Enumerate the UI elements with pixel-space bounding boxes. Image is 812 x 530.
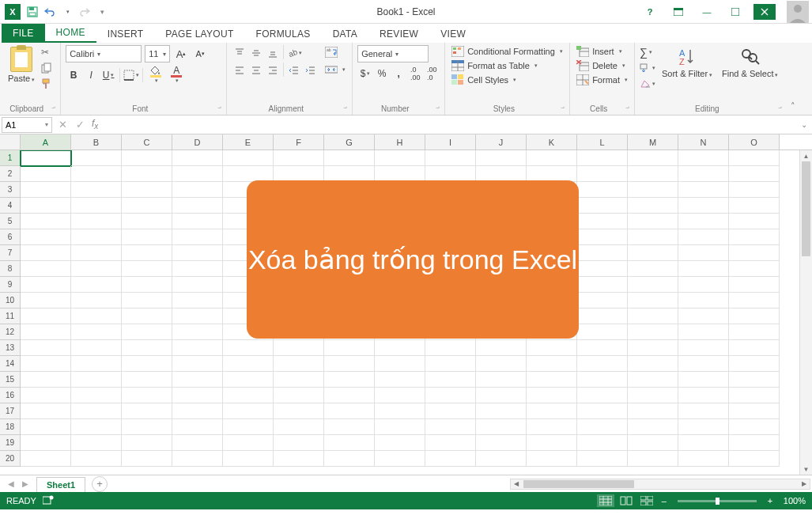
cell[interactable] (678, 229, 729, 245)
cell[interactable] (628, 261, 678, 277)
cell[interactable] (172, 293, 223, 309)
scroll-left-icon[interactable]: ◀ (511, 479, 522, 489)
cell[interactable] (628, 245, 678, 261)
cell[interactable] (122, 388, 172, 403)
cell[interactable] (729, 403, 780, 419)
cell[interactable] (476, 150, 527, 166)
tab-data[interactable]: DATA (322, 25, 368, 43)
cell[interactable] (122, 340, 172, 356)
italic-button[interactable]: I (83, 67, 99, 83)
tab-page-layout[interactable]: PAGE LAYOUT (154, 25, 244, 43)
cell[interactable] (678, 214, 729, 229)
cell[interactable] (172, 277, 223, 293)
cell[interactable] (223, 388, 274, 403)
cell[interactable] (122, 309, 172, 324)
cell[interactable] (678, 261, 729, 277)
normal-view-icon[interactable] (597, 494, 614, 507)
formula-input[interactable] (98, 117, 796, 133)
cell[interactable] (172, 403, 223, 419)
cell[interactable] (21, 261, 71, 277)
cell[interactable] (21, 435, 71, 451)
cell[interactable] (71, 309, 122, 324)
qat-customize-icon[interactable]: ▾ (95, 5, 109, 19)
vertical-scrollbar[interactable]: ▲ ▼ (799, 150, 812, 475)
row-header[interactable]: 4 (0, 198, 21, 214)
cell[interactable] (628, 388, 678, 403)
cell[interactable] (577, 166, 628, 182)
zoom-out-icon[interactable]: – (659, 496, 670, 505)
cell[interactable] (122, 166, 172, 182)
cell[interactable] (425, 166, 476, 182)
cell[interactable] (425, 388, 476, 403)
align-center-icon[interactable] (248, 62, 264, 78)
cell[interactable] (71, 324, 122, 340)
cell[interactable] (577, 245, 628, 261)
cell[interactable] (628, 214, 678, 229)
cell[interactable] (678, 324, 729, 340)
delete-cells-button[interactable]: Delete (575, 59, 627, 72)
cell[interactable] (324, 435, 375, 451)
cell[interactable] (678, 150, 729, 166)
cell[interactable] (324, 403, 375, 419)
cell[interactable] (21, 277, 71, 293)
cell[interactable] (122, 435, 172, 451)
add-sheet-icon[interactable]: + (92, 476, 108, 492)
cell[interactable] (577, 419, 628, 435)
cell[interactable] (21, 245, 71, 261)
autosum-icon[interactable]: ∑ (640, 45, 655, 59)
column-header[interactable]: C (122, 134, 172, 150)
cell[interactable] (223, 451, 274, 467)
cell[interactable] (729, 435, 780, 451)
row-header[interactable]: 5 (0, 214, 21, 229)
cell[interactable] (527, 166, 577, 182)
cell[interactable] (476, 403, 527, 419)
cell[interactable] (628, 451, 678, 467)
cell[interactable] (172, 245, 223, 261)
row-header[interactable]: 1 (0, 150, 21, 166)
cell[interactable] (172, 229, 223, 245)
cell[interactable] (324, 166, 375, 182)
fill-color-button[interactable] (146, 66, 165, 84)
tab-file[interactable]: FILE (2, 24, 45, 43)
cell[interactable] (375, 419, 425, 435)
cell[interactable] (274, 419, 324, 435)
minimize-icon[interactable]: — (697, 4, 717, 20)
row-header[interactable]: 7 (0, 245, 21, 261)
cell[interactable] (678, 309, 729, 324)
cell[interactable] (122, 150, 172, 166)
row-header[interactable]: 17 (0, 403, 21, 419)
column-header[interactable]: B (71, 134, 122, 150)
decrease-indent-icon[interactable] (286, 62, 302, 78)
cell[interactable] (577, 293, 628, 309)
align-top-icon[interactable] (232, 45, 247, 61)
row-header[interactable]: 13 (0, 340, 21, 356)
close-icon[interactable] (753, 4, 776, 20)
cell[interactable] (425, 150, 476, 166)
cell[interactable] (122, 356, 172, 372)
cell[interactable] (122, 198, 172, 214)
column-header[interactable]: J (476, 134, 527, 150)
format-as-table-button[interactable]: Format as Table (450, 59, 539, 72)
row-header[interactable]: 12 (0, 324, 21, 340)
user-avatar-icon[interactable] (787, 1, 809, 23)
find-select-button[interactable]: Find & Select (719, 45, 781, 80)
cell[interactable] (122, 277, 172, 293)
cell[interactable] (324, 388, 375, 403)
cell[interactable] (324, 451, 375, 467)
border-button[interactable] (123, 67, 139, 83)
row-header[interactable]: 19 (0, 435, 21, 451)
macro-record-icon[interactable] (43, 495, 54, 506)
cell[interactable] (71, 245, 122, 261)
cell[interactable] (274, 403, 324, 419)
cell[interactable] (425, 419, 476, 435)
cell[interactable] (678, 435, 729, 451)
cell[interactable] (476, 340, 527, 356)
cell[interactable] (172, 150, 223, 166)
cell[interactable] (729, 356, 780, 372)
cell[interactable] (274, 388, 324, 403)
scroll-right-icon[interactable]: ▶ (799, 479, 810, 489)
number-format-combo[interactable]: General▾ (357, 45, 429, 62)
cell[interactable] (577, 340, 628, 356)
cell[interactable] (678, 182, 729, 198)
row-header[interactable]: 2 (0, 166, 21, 182)
